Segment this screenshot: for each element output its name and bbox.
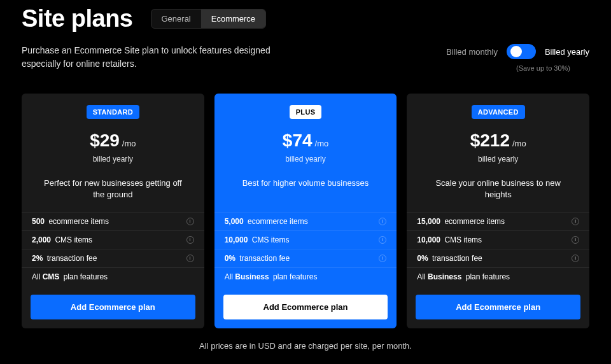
plan-card-advanced: ADVANCED $212 /mo billed yearly Scale yo… (407, 94, 589, 328)
plan-price-row: $74 /mo (283, 130, 328, 151)
feature-row: 500 ecommerce itemsi (22, 212, 204, 230)
tab-general[interactable]: General (151, 10, 201, 28)
plan-card-plus: PLUS $74 /mo billed yearly Best for high… (214, 94, 397, 328)
feature-row: 2% transaction feei (22, 249, 204, 267)
feature-row: 5,000 ecommerce itemsi (214, 212, 397, 230)
feature-row: 2,000 CMS itemsi (22, 230, 204, 249)
plan-tagline: Perfect for new businesses getting off t… (22, 178, 204, 200)
feature-row: 0% transaction feei (407, 249, 589, 267)
plan-badge: PLUS (290, 105, 322, 119)
info-icon[interactable]: i (379, 218, 386, 225)
billing-toggle-group: Billed monthly Billed yearly (Save up to… (446, 44, 589, 72)
plan-price-row: $212 /mo (470, 130, 526, 151)
toggle-knob (510, 46, 522, 57)
add-plan-button[interactable]: Add Ecommerce plan (31, 295, 195, 319)
feature-row: All Business plan featuresi (214, 267, 397, 286)
plan-features: 15,000 ecommerce itemsi 10,000 CMS items… (407, 212, 589, 286)
tab-ecommerce[interactable]: Ecommerce (201, 10, 265, 28)
info-icon[interactable]: i (572, 236, 579, 244)
feature-row: All Business plan featuresi (407, 267, 589, 286)
billed-yearly-label[interactable]: Billed yearly (545, 47, 589, 57)
billed-monthly-label[interactable]: Billed monthly (446, 47, 498, 57)
pricing-cards: STANDARD $29 /mo billed yearly Perfect f… (22, 94, 589, 328)
page-title: Site plans (22, 5, 133, 32)
plan-price: $212 (470, 130, 510, 151)
add-plan-button[interactable]: Add Ecommerce plan (223, 295, 388, 319)
plan-billed: billed yearly (478, 155, 518, 164)
plan-billed: billed yearly (93, 155, 133, 164)
plan-tagline: Best for higher volume businesses (226, 178, 386, 200)
plan-per: /mo (315, 139, 329, 148)
plan-per: /mo (512, 139, 526, 148)
plan-category-tabs: General Ecommerce (151, 9, 267, 29)
save-note: (Save up to 30%) (446, 64, 570, 72)
add-plan-button[interactable]: Add Ecommerce plan (416, 295, 580, 319)
plan-price-row: $29 /mo (90, 130, 136, 151)
feature-row: 10,000 CMS itemsi (214, 230, 397, 249)
plan-billed: billed yearly (285, 155, 325, 164)
plan-price: $74 (283, 130, 313, 151)
pricing-footnote: All prices are in USD and are charged pe… (22, 341, 589, 351)
plan-price: $29 (90, 130, 120, 151)
plan-features: 500 ecommerce itemsi 2,000 CMS itemsi 2%… (22, 212, 204, 286)
billing-cycle-toggle[interactable] (507, 44, 536, 59)
info-icon[interactable]: i (572, 218, 579, 225)
plan-badge: ADVANCED (472, 105, 525, 119)
plan-per: /mo (122, 139, 136, 148)
info-icon[interactable]: i (572, 255, 579, 262)
feature-row: 0% transaction feei (214, 249, 397, 267)
plan-badge: STANDARD (87, 105, 139, 119)
feature-row: All CMS plan featuresi (22, 267, 204, 286)
info-icon[interactable]: i (379, 236, 386, 244)
info-icon[interactable]: i (186, 218, 194, 225)
info-icon[interactable]: i (379, 255, 386, 262)
feature-row: 15,000 ecommerce itemsi (407, 212, 589, 230)
plan-features: 5,000 ecommerce itemsi 10,000 CMS itemsi… (214, 212, 397, 286)
plan-tagline: Scale your online business to new height… (407, 178, 589, 200)
page-description: Purchase an Ecommerce Site plan to unloc… (22, 44, 289, 72)
feature-row: 10,000 CMS itemsi (407, 230, 589, 249)
plan-card-standard: STANDARD $29 /mo billed yearly Perfect f… (22, 94, 204, 328)
info-icon[interactable]: i (186, 236, 194, 244)
info-icon[interactable]: i (186, 255, 194, 262)
